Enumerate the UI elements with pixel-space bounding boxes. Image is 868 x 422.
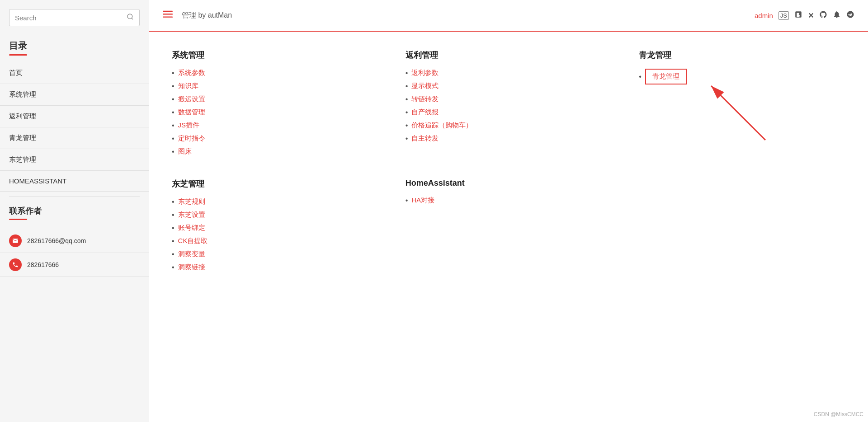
section-empty <box>639 178 845 276</box>
link-self-forward[interactable]: 自主转发 <box>411 134 439 143</box>
content-area: 系统管理 系统参数 知识库 搬运设置 数据管理 JS插件 定时指令 图床 返利管… <box>149 32 868 422</box>
list-item: 搬运设置 <box>172 95 378 103</box>
link-price-track[interactable]: 价格追踪（购物车） <box>411 121 472 130</box>
email-value: 282617666@qq.com <box>27 237 86 244</box>
list-item: 洞察变量 <box>172 250 378 258</box>
search-input[interactable] <box>15 14 127 22</box>
sidebar-contact-phone: 282617666 <box>0 253 149 277</box>
sidebar: 目录 首页 系统管理 返利管理 青龙管理 东芝管理 HOMEASSISTANT … <box>0 0 149 422</box>
topbar: 管理 by autMan admin JS ✕ <box>149 0 868 32</box>
list-item: 东芝规则 <box>172 197 378 206</box>
sidebar-item-system[interactable]: 系统管理 <box>0 84 149 106</box>
svg-point-0 <box>127 14 132 19</box>
link-insight-link[interactable]: 洞察链接 <box>178 263 205 272</box>
topbar-left: 管理 by autMan <box>163 9 232 22</box>
section-system-heading: 系统管理 <box>172 50 378 61</box>
link-display-mode[interactable]: 显示模式 <box>411 82 439 90</box>
list-item: 数据管理 <box>172 108 378 117</box>
list-item: 价格追踪（购物车） <box>406 121 612 130</box>
topbar-icon-bell[interactable] <box>833 10 841 21</box>
svg-rect-3 <box>163 14 173 14</box>
section-qinglong-heading: 青龙管理 <box>639 50 845 61</box>
sidebar-nav: 首页 系统管理 返利管理 青龙管理 东芝管理 HOMEASSISTANT <box>0 62 149 192</box>
list-item: 东芝设置 <box>172 211 378 219</box>
main-content: 管理 by autMan admin JS ✕ 系统管理 <box>149 0 868 422</box>
section-ha-list: HA对接 <box>406 196 612 205</box>
list-item: 转链转发 <box>406 95 612 103</box>
section-dongzhi: 东芝管理 东芝规则 东芝设置 账号绑定 CK自提取 洞察变量 洞察链接 <box>172 178 378 276</box>
bottom-credit: CSDN @MissCMCC <box>814 411 863 417</box>
topbar-icon-telegram[interactable] <box>846 10 854 21</box>
section-qinglong-list: 青龙管理 <box>639 69 845 84</box>
email-icon <box>9 234 22 247</box>
sidebar-item-home[interactable]: 首页 <box>0 62 149 84</box>
topbar-right: admin JS ✕ <box>755 10 854 21</box>
section-fanli-heading: 返利管理 <box>406 50 612 61</box>
list-item: 显示模式 <box>406 82 612 90</box>
sidebar-contact-underline <box>9 219 27 220</box>
sidebar-item-qinglong[interactable]: 青龙管理 <box>0 127 149 149</box>
list-item: 图床 <box>172 147 378 156</box>
sidebar-contact-email: 282617666@qq.com <box>0 229 149 253</box>
search-icon <box>127 13 134 22</box>
list-item: 知识库 <box>172 82 378 90</box>
svg-rect-4 <box>163 17 173 18</box>
link-insight-var[interactable]: 洞察变量 <box>178 250 205 258</box>
section-dongzhi-heading: 东芝管理 <box>172 178 378 189</box>
list-item: CK自提取 <box>172 237 378 245</box>
section-dongzhi-list: 东芝规则 东芝设置 账号绑定 CK自提取 洞察变量 洞察链接 <box>172 197 378 272</box>
topbar-title: 管理 by autMan <box>182 11 232 20</box>
phone-value: 282617666 <box>27 261 59 268</box>
link-data-mgmt[interactable]: 数据管理 <box>178 108 205 117</box>
svg-line-1 <box>132 18 133 19</box>
link-transport[interactable]: 搬运设置 <box>178 95 205 103</box>
link-system-params[interactable]: 系统参数 <box>178 69 205 77</box>
topbar-icon-b[interactable] <box>794 10 802 21</box>
topbar-admin[interactable]: admin <box>755 12 773 19</box>
topbar-icon-x[interactable]: ✕ <box>808 11 814 20</box>
sidebar-item-dongzhi[interactable]: 东芝管理 <box>0 149 149 171</box>
link-self-report[interactable]: 自产线报 <box>411 108 439 117</box>
svg-rect-2 <box>163 11 173 12</box>
sidebar-divider <box>9 196 140 197</box>
link-qinglong-mgmt[interactable]: 青龙管理 <box>645 69 687 84</box>
list-item: 青龙管理 <box>639 69 845 84</box>
link-ck-extract[interactable]: CK自提取 <box>178 237 208 245</box>
list-item: HA对接 <box>406 196 612 205</box>
section-fanli-list: 返利参数 显示模式 转链转发 自产线报 价格追踪（购物车） 自主转发 <box>406 69 612 143</box>
sidebar-item-ha[interactable]: HOMEASSISTANT <box>0 171 149 192</box>
topbar-icon-github[interactable] <box>819 10 827 21</box>
sidebar-toc-underline <box>9 54 27 56</box>
section-fanli: 返利管理 返利参数 显示模式 转链转发 自产线报 价格追踪（购物车） 自主转发 <box>406 50 612 160</box>
content-grid: 系统管理 系统参数 知识库 搬运设置 数据管理 JS插件 定时指令 图床 返利管… <box>172 50 845 276</box>
sidebar-toc-title: 目录 <box>0 35 149 54</box>
section-qinglong: 青龙管理 青龙管理 <box>639 50 845 160</box>
search-box[interactable] <box>9 9 140 26</box>
link-knowledge[interactable]: 知识库 <box>178 82 198 90</box>
list-item: 返利参数 <box>406 69 612 77</box>
link-cron[interactable]: 定时指令 <box>178 134 205 143</box>
section-ha-heading: HomeAssistant <box>406 178 612 188</box>
hamburger-icon[interactable] <box>163 9 173 22</box>
link-fanli-params[interactable]: 返利参数 <box>411 69 439 77</box>
svg-line-7 <box>711 86 765 140</box>
link-dongzhi-setting[interactable]: 东芝设置 <box>178 211 205 219</box>
link-dongzhi-rule[interactable]: 东芝规则 <box>178 197 205 206</box>
sidebar-item-fanli[interactable]: 返利管理 <box>0 106 149 127</box>
section-system-list: 系统参数 知识库 搬运设置 数据管理 JS插件 定时指令 图床 <box>172 69 378 156</box>
list-item: 账号绑定 <box>172 224 378 232</box>
link-js-plugin[interactable]: JS插件 <box>178 121 200 130</box>
list-item: 自产线报 <box>406 108 612 117</box>
list-item: 自主转发 <box>406 134 612 143</box>
link-account-bind[interactable]: 账号绑定 <box>178 224 205 232</box>
link-chain-forward[interactable]: 转链转发 <box>411 95 439 103</box>
topbar-icon-js[interactable]: JS <box>778 11 789 20</box>
phone-icon <box>9 258 22 271</box>
sidebar-contact-title: 联系作者 <box>0 201 149 219</box>
link-ha-connect[interactable]: HA对接 <box>411 196 434 205</box>
list-item: JS插件 <box>172 121 378 130</box>
list-item: 定时指令 <box>172 134 378 143</box>
section-ha: HomeAssistant HA对接 <box>406 178 612 276</box>
list-item: 系统参数 <box>172 69 378 77</box>
link-imgbed[interactable]: 图床 <box>178 147 192 156</box>
